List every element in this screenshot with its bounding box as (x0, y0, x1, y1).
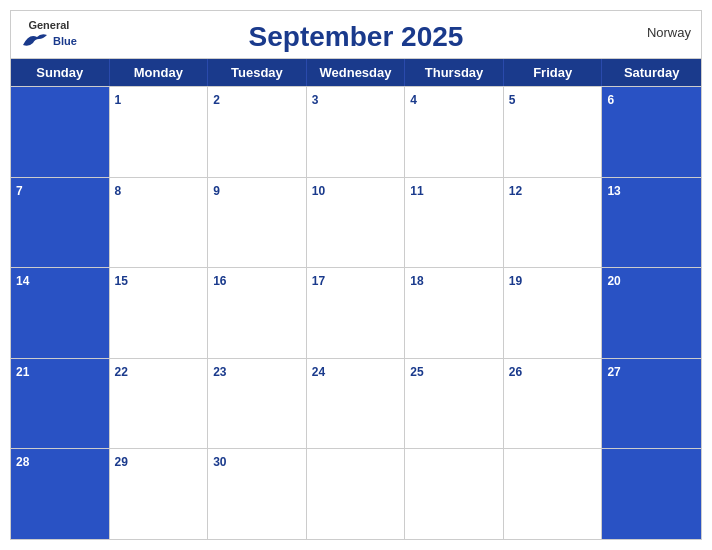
day-number-20: 20 (607, 274, 620, 288)
day-cell-w4-d4 (405, 449, 504, 539)
day-number-9: 9 (213, 184, 220, 198)
day-cell-w1-d6: 13 (602, 178, 701, 268)
day-cell-w1-d2: 9 (208, 178, 307, 268)
day-cell-w4-d2: 30 (208, 449, 307, 539)
day-number-7: 7 (16, 184, 23, 198)
week-row-1: 78910111213 (11, 177, 701, 268)
day-cell-w0-d3: 3 (307, 87, 406, 177)
day-cell-w2-d4: 18 (405, 268, 504, 358)
logo-bird-icon (21, 31, 51, 51)
day-cell-w4-d5 (504, 449, 603, 539)
day-number-12: 12 (509, 184, 522, 198)
day-number-13: 13 (607, 184, 620, 198)
header-wednesday: Wednesday (307, 59, 406, 86)
day-cell-w3-d3: 24 (307, 359, 406, 449)
day-cell-w2-d0: 14 (11, 268, 110, 358)
day-number-14: 14 (16, 274, 29, 288)
day-number-3: 3 (312, 93, 319, 107)
day-number-23: 23 (213, 365, 226, 379)
day-cell-w1-d4: 11 (405, 178, 504, 268)
day-cell-w0-d0 (11, 87, 110, 177)
country-label: Norway (647, 25, 691, 40)
day-number-18: 18 (410, 274, 423, 288)
logo-general: General (28, 19, 69, 31)
day-cell-w3-d6: 27 (602, 359, 701, 449)
day-number-11: 11 (410, 184, 423, 198)
day-headers: Sunday Monday Tuesday Wednesday Thursday… (11, 59, 701, 86)
day-number-1: 1 (115, 93, 122, 107)
day-cell-w2-d2: 16 (208, 268, 307, 358)
day-cell-w1-d1: 8 (110, 178, 209, 268)
header-thursday: Thursday (405, 59, 504, 86)
day-cell-w4-d1: 29 (110, 449, 209, 539)
day-number-15: 15 (115, 274, 128, 288)
calendar-title: September 2025 (249, 21, 464, 53)
day-cell-w1-d0: 7 (11, 178, 110, 268)
header-friday: Friday (504, 59, 603, 86)
logo: General Blue (21, 19, 77, 51)
calendar-grid: Sunday Monday Tuesday Wednesday Thursday… (11, 58, 701, 539)
day-cell-w1-d5: 12 (504, 178, 603, 268)
week-row-3: 21222324252627 (11, 358, 701, 449)
day-cell-w3-d5: 26 (504, 359, 603, 449)
calendar: General Blue September 2025 Norway Sunda… (10, 10, 702, 540)
day-number-6: 6 (607, 93, 614, 107)
day-cell-w0-d6: 6 (602, 87, 701, 177)
day-cell-w0-d2: 2 (208, 87, 307, 177)
day-number-25: 25 (410, 365, 423, 379)
day-number-8: 8 (115, 184, 122, 198)
day-cell-w3-d2: 23 (208, 359, 307, 449)
day-cell-w3-d0: 21 (11, 359, 110, 449)
header-saturday: Saturday (602, 59, 701, 86)
day-number-16: 16 (213, 274, 226, 288)
day-number-5: 5 (509, 93, 516, 107)
week-row-0: 123456 (11, 86, 701, 177)
day-cell-w0-d4: 4 (405, 87, 504, 177)
header-sunday: Sunday (11, 59, 110, 86)
day-number-2: 2 (213, 93, 220, 107)
logo-blue: Blue (53, 35, 77, 47)
day-cell-w4-d6 (602, 449, 701, 539)
day-cell-w2-d3: 17 (307, 268, 406, 358)
day-number-4: 4 (410, 93, 417, 107)
header-tuesday: Tuesday (208, 59, 307, 86)
day-cell-w4-d0: 28 (11, 449, 110, 539)
day-number-21: 21 (16, 365, 29, 379)
day-number-22: 22 (115, 365, 128, 379)
day-number-28: 28 (16, 455, 29, 469)
week-row-2: 14151617181920 (11, 267, 701, 358)
day-number-10: 10 (312, 184, 325, 198)
day-cell-w0-d1: 1 (110, 87, 209, 177)
day-cell-w2-d1: 15 (110, 268, 209, 358)
day-number-27: 27 (607, 365, 620, 379)
day-cell-w2-d6: 20 (602, 268, 701, 358)
day-cell-w3-d1: 22 (110, 359, 209, 449)
day-number-17: 17 (312, 274, 325, 288)
day-number-26: 26 (509, 365, 522, 379)
week-row-4: 282930 (11, 448, 701, 539)
weeks-container: 1234567891011121314151617181920212223242… (11, 86, 701, 539)
day-cell-w4-d3 (307, 449, 406, 539)
day-number-29: 29 (115, 455, 128, 469)
day-cell-w3-d4: 25 (405, 359, 504, 449)
calendar-header: General Blue September 2025 Norway (11, 11, 701, 58)
day-number-24: 24 (312, 365, 325, 379)
header-monday: Monday (110, 59, 209, 86)
day-cell-w2-d5: 19 (504, 268, 603, 358)
day-cell-w1-d3: 10 (307, 178, 406, 268)
day-cell-w0-d5: 5 (504, 87, 603, 177)
day-number-30: 30 (213, 455, 226, 469)
day-number-19: 19 (509, 274, 522, 288)
